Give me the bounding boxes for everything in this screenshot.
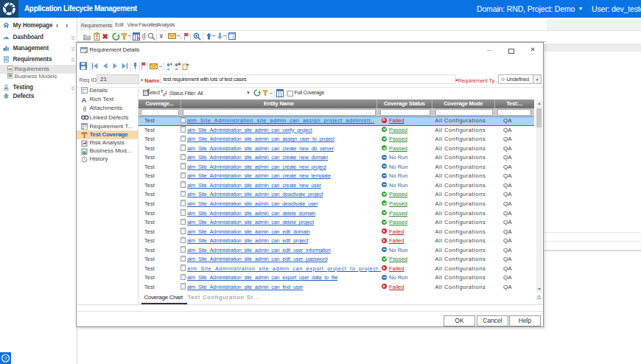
svg-text:?: ? bbox=[4, 355, 7, 362]
svg-text:A: A bbox=[82, 97, 87, 103]
svg-text:F: F bbox=[164, 93, 167, 97]
